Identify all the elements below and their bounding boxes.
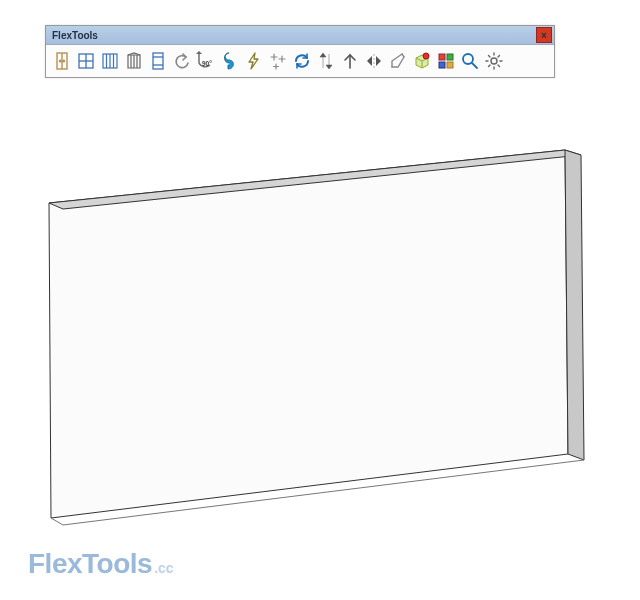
settings-tool[interactable]: [482, 49, 506, 73]
svg-point-8: [63, 60, 65, 62]
svg-marker-2: [565, 150, 584, 460]
edit-tool[interactable]: [386, 49, 410, 73]
up-down-tool[interactable]: [314, 49, 338, 73]
undo-tool[interactable]: [170, 49, 194, 73]
toolbar-title: FlexTools: [52, 30, 98, 41]
watermark-logo: FlexTools.cc: [28, 548, 174, 580]
svg-line-3: [51, 518, 63, 525]
toolbar-row: 90°: [46, 45, 554, 77]
svg-marker-0: [49, 150, 568, 518]
close-icon[interactable]: ×: [536, 27, 552, 43]
svg-point-31: [491, 58, 497, 64]
watermark-suffix: .cc: [154, 560, 173, 576]
panel-tool[interactable]: [146, 49, 170, 73]
toolbar-titlebar[interactable]: FlexTools ×: [46, 26, 554, 45]
svg-rect-27: [439, 62, 445, 68]
refresh-tool[interactable]: [290, 49, 314, 73]
svg-rect-25: [439, 54, 445, 60]
wall-object: [0, 0, 640, 600]
sparkle-tool[interactable]: [266, 49, 290, 73]
window-tool[interactable]: [74, 49, 98, 73]
viewport-3d[interactable]: [0, 0, 640, 600]
svg-point-7: [60, 60, 62, 62]
rotate90-tool[interactable]: 90°: [194, 49, 218, 73]
cube-tool[interactable]: [410, 49, 434, 73]
svg-point-24: [423, 53, 429, 59]
wedge-tool[interactable]: [122, 49, 146, 73]
zoom-tool[interactable]: [458, 49, 482, 73]
svg-rect-19: [153, 53, 163, 69]
divider-tool[interactable]: [98, 49, 122, 73]
super-tool[interactable]: [218, 49, 242, 73]
lightning-tool[interactable]: [242, 49, 266, 73]
door-tool[interactable]: [50, 49, 74, 73]
palette-tool[interactable]: [434, 49, 458, 73]
svg-text:90°: 90°: [202, 60, 212, 67]
svg-line-30: [472, 63, 477, 68]
watermark-brand: FlexTools: [28, 548, 152, 579]
flextools-toolbar-window: FlexTools × 90°: [45, 25, 555, 78]
mirror-tool[interactable]: [362, 49, 386, 73]
svg-rect-28: [447, 62, 453, 68]
arrow-up-tool[interactable]: [338, 49, 362, 73]
svg-rect-26: [447, 54, 453, 60]
